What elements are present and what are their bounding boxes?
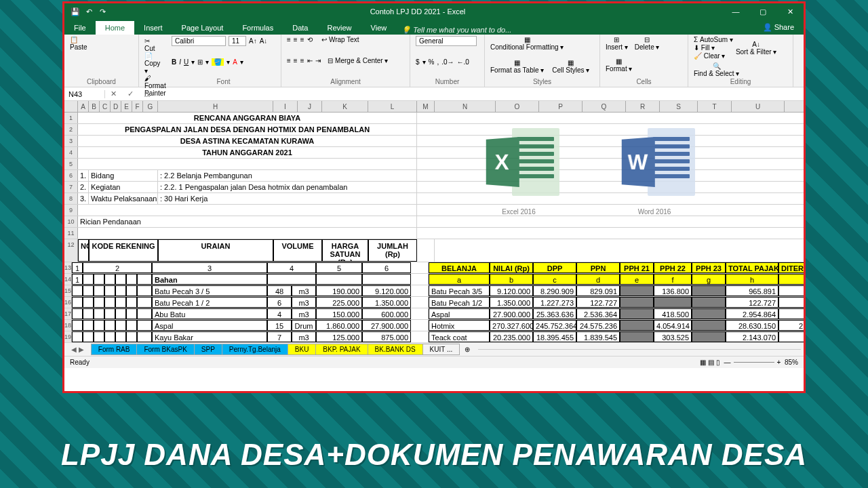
bold-button[interactable]: B: [172, 58, 176, 66]
view-layout-icon[interactable]: ▤: [708, 359, 714, 366]
cell-styles-button[interactable]: ▦Cell Styles ▾: [552, 59, 589, 74]
view-break-icon[interactable]: ▯: [716, 359, 720, 366]
merge-button[interactable]: ⊟ Merge & Center ▾: [328, 57, 388, 64]
number-format[interactable]: General: [416, 36, 477, 46]
paste-button[interactable]: 📋Paste: [70, 36, 87, 51]
sheet-tabs: ◀ ▶ Form RABForm BKasPKSPPPerny.Tg.Belan…: [64, 342, 804, 356]
align-right-icon[interactable]: ≡: [300, 57, 304, 64]
underline-button[interactable]: U: [184, 58, 189, 66]
currency-icon[interactable]: $: [416, 58, 420, 66]
font-color-icon[interactable]: A: [233, 58, 237, 66]
wrap-text-button[interactable]: ↩ Wrap Text: [321, 36, 359, 43]
titlebar: 💾 ↶ ↷ Contoh LPJ DD 2021 - Excel — ▢ ✕: [64, 3, 804, 20]
minimize-button[interactable]: —: [722, 3, 749, 20]
clear-button[interactable]: 🧹 Clear ▾: [694, 52, 733, 60]
new-sheet-button[interactable]: ⊕: [459, 346, 475, 353]
window-title: Contoh LPJ DD 2021 - Excel: [113, 7, 722, 16]
autosum-button[interactable]: Σ AutoSum ▾: [694, 36, 733, 43]
grow-font-icon[interactable]: A↑: [249, 37, 257, 45]
sheet-tab[interactable]: Perny.Tg.Belanja: [222, 344, 288, 355]
format-table-button[interactable]: ▦Format as Table ▾: [490, 59, 544, 74]
align-bot-icon[interactable]: ≡: [300, 36, 304, 43]
dec-dec-icon[interactable]: ←.0: [457, 58, 469, 66]
sheet-tab[interactable]: SPP: [194, 344, 222, 355]
insert-button[interactable]: ⊞Insert ▾: [606, 36, 628, 51]
save-icon[interactable]: 💾: [70, 7, 81, 16]
banner-text: LPJJ DANA DESA+DOKUMEN PENAWARAN DESA: [0, 438, 868, 472]
sheet-tab[interactable]: Form BKasPK: [136, 344, 194, 355]
tab-file[interactable]: File: [64, 21, 96, 35]
formula-bar: N43 ✕ ✓ fx: [64, 87, 804, 101]
sheet-tab[interactable]: BKP. PAJAK: [315, 344, 368, 355]
align-mid-icon[interactable]: ≡: [294, 36, 298, 43]
font-name[interactable]: Calibri: [172, 36, 226, 46]
excel-icon[interactable]: X Excel 2016: [478, 121, 559, 203]
cond-format-button[interactable]: ▦Conditional Formatting ▾: [490, 36, 564, 51]
fill-color-icon[interactable]: 🪣: [212, 58, 224, 66]
sheet-nav[interactable]: ◀ ▶: [64, 346, 91, 353]
indent-dec-icon[interactable]: ⇤: [307, 57, 313, 64]
name-box[interactable]: N43: [64, 90, 105, 98]
tab-view[interactable]: View: [361, 21, 397, 35]
close-button[interactable]: ✕: [776, 3, 804, 20]
tab-review[interactable]: Review: [317, 21, 361, 35]
orient-icon[interactable]: ⟲: [307, 36, 313, 43]
indent-inc-icon[interactable]: ⇥: [315, 57, 321, 64]
find-select-button[interactable]: 🔍Find & Select ▾: [694, 62, 739, 77]
excel-window: 💾 ↶ ↷ Contoh LPJ DD 2021 - Excel — ▢ ✕ F…: [62, 1, 806, 393]
fill-button[interactable]: ⬇ Fill ▾: [694, 44, 733, 52]
dec-inc-icon[interactable]: .0→: [441, 58, 454, 66]
enter-icon[interactable]: ✓: [122, 89, 139, 98]
sheet-tab[interactable]: KUIT ...: [422, 344, 460, 355]
comma-icon[interactable]: ,: [437, 58, 439, 66]
tab-data[interactable]: Data: [283, 21, 317, 35]
share-button[interactable]: 👤 Share: [753, 20, 804, 35]
format-button[interactable]: ▦Format ▾: [606, 58, 632, 73]
percent-icon[interactable]: %: [429, 58, 435, 66]
tab-home[interactable]: Home: [96, 21, 134, 35]
zoom-level[interactable]: 85%: [785, 359, 798, 366]
border-icon[interactable]: ⊞: [197, 58, 203, 66]
redo-icon[interactable]: ↷: [97, 7, 108, 16]
view-normal-icon[interactable]: ▦: [700, 359, 706, 366]
tell-me[interactable]: 💡 Tell me what you want to do...: [401, 26, 511, 35]
zoom-out-icon[interactable]: —: [724, 359, 731, 366]
status-bar: Ready ▦ ▤ ▯ — + 85%: [64, 356, 804, 368]
align-top-icon[interactable]: ≡: [287, 36, 291, 43]
align-left-icon[interactable]: ≡: [287, 57, 291, 64]
status-ready: Ready: [70, 359, 90, 366]
italic-button[interactable]: I: [179, 58, 181, 66]
sort-filter-button[interactable]: A↓Sort & Filter ▾: [736, 41, 777, 56]
sheet-tab[interactable]: Form RAB: [91, 344, 138, 355]
zoom-in-icon[interactable]: +: [777, 359, 781, 366]
tab-insert[interactable]: Insert: [134, 21, 172, 35]
maximize-button[interactable]: ▢: [749, 3, 776, 20]
cancel-icon[interactable]: ✕: [105, 89, 122, 98]
copy-button[interactable]: Copy: [144, 60, 160, 67]
spreadsheet-grid[interactable]: ABCDEFGHIJKLMNOPQRSTU 1RENCANA ANGGARAN …: [64, 101, 804, 342]
shrink-font-icon[interactable]: A↓: [260, 37, 268, 45]
align-ctr-icon[interactable]: ≡: [294, 57, 298, 64]
word-icon[interactable]: W Word 2016: [614, 121, 695, 203]
delete-button[interactable]: ⊟Delete ▾: [635, 36, 660, 51]
ribbon: 📋Paste Clipboard ✂ Cut 📄 Copy ▾ 🖌 Format…: [64, 35, 804, 87]
undo-icon[interactable]: ↶: [83, 7, 94, 16]
ribbon-tabs: File Home Insert Page Layout Formulas Da…: [64, 20, 804, 35]
sheet-tab[interactable]: BKU: [288, 344, 317, 355]
cut-button[interactable]: Cut: [144, 45, 155, 52]
font-size[interactable]: 11: [229, 36, 246, 46]
tab-formulas[interactable]: Formulas: [233, 21, 283, 35]
sheet-tab[interactable]: BK.BANK DS: [368, 344, 423, 355]
tab-page-layout[interactable]: Page Layout: [172, 21, 233, 35]
fx-icon[interactable]: fx: [139, 90, 156, 98]
